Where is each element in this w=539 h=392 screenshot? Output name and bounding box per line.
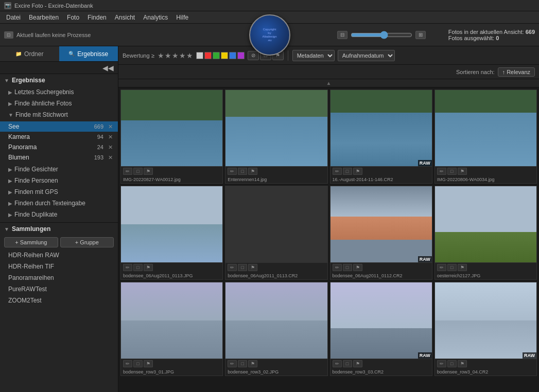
- sammlung-item[interactable]: PureRAWTest: [0, 283, 118, 295]
- color-blue[interactable]: [229, 52, 236, 59]
- photo-edit-btn[interactable]: ✏: [437, 360, 446, 367]
- photo-edit-btn[interactable]: ✏: [123, 168, 132, 175]
- menu-item-hilfe[interactable]: Hilfe: [172, 13, 193, 22]
- photo-info-btn[interactable]: □: [133, 168, 143, 175]
- photo-edit-btn[interactable]: ✏: [333, 360, 342, 367]
- zoom-slider[interactable]: [351, 31, 412, 39]
- keyword-close[interactable]: ✕: [107, 154, 114, 161]
- photo-info-btn[interactable]: □: [133, 264, 143, 271]
- photo-item[interactable]: ✏ □ ⚑ bodensee_row3_01.JPG: [120, 282, 223, 376]
- photo-item[interactable]: RAW ✏ □ ⚑ bodensee_row3_03.CR2: [330, 282, 432, 376]
- btn-sammlung[interactable]: + Sammlung: [4, 237, 58, 247]
- photo-item[interactable]: RAW ✏ □ ⚑ 16.-August-2014-11-146.CR2: [330, 90, 432, 184]
- photo-flag-btn[interactable]: ⚑: [458, 264, 467, 271]
- color-green[interactable]: [213, 52, 220, 59]
- photo-info-btn[interactable]: □: [133, 360, 143, 367]
- sammlung-item[interactable]: ZOOM2Test: [0, 295, 118, 306]
- btn-gruppe[interactable]: + Gruppe: [60, 237, 114, 247]
- menu-item-finden[interactable]: Finden: [83, 13, 111, 22]
- item-finde-stichwort[interactable]: ▼ Finde mit Stichwort: [0, 109, 118, 120]
- item-finde-aehnliche[interactable]: ▶ Finde ähnliche Fotos: [0, 98, 118, 109]
- photo-item[interactable]: ✏ □ ⚑ IMG-20220827-WA0012.jpg: [120, 90, 223, 184]
- item-finde-duplikate[interactable]: ▶ Finde Duplikate: [0, 209, 118, 220]
- photo-item[interactable]: RAW ✏ □ ⚑ bodensee_row3_04.CR2: [434, 282, 537, 376]
- menu-item-foto[interactable]: Foto: [63, 13, 83, 22]
- sort-date-select[interactable]: Aufnahmedatum Dateiname Dateigröße Bewer…: [338, 50, 395, 61]
- keyword-close[interactable]: ✕: [107, 123, 114, 130]
- item-finde-gesichter[interactable]: ▶ Finde Gesichter: [0, 164, 118, 175]
- slider-large-btn[interactable]: ⊞: [415, 31, 426, 39]
- photo-edit-btn[interactable]: ✏: [123, 360, 132, 367]
- star-1[interactable]: ★: [158, 51, 164, 60]
- photo-edit-btn[interactable]: ✏: [228, 264, 237, 271]
- photo-flag-btn[interactable]: ⚑: [353, 264, 362, 271]
- sammlung-item[interactable]: HDR-Reihen RAW: [0, 250, 118, 261]
- sammlung-item[interactable]: HDR-Reihen TIF: [0, 261, 118, 272]
- keyword-item[interactable]: See 669 ✕: [0, 121, 118, 132]
- photo-info-btn[interactable]: □: [343, 360, 352, 367]
- photo-info-btn[interactable]: □: [238, 168, 247, 175]
- item-finden-mit-gps[interactable]: ▶ Finden mit GPS: [0, 186, 118, 198]
- photo-flag-btn[interactable]: ⚑: [144, 360, 153, 367]
- photo-edit-btn[interactable]: ✏: [333, 264, 342, 271]
- color-red[interactable]: [204, 52, 212, 59]
- item-letztes-suchergebnis[interactable]: ▶ Letztes Suchergebnis: [0, 86, 118, 98]
- meta-filter-select[interactable]: Metadaten EXIF GPS Farbe: [292, 50, 335, 61]
- photo-info-btn[interactable]: □: [343, 168, 352, 175]
- menu-item-bearbeiten[interactable]: Bearbeiten: [25, 13, 63, 22]
- photo-item[interactable]: ✏ □ ⚑ bodensee_row3_02.JPG: [225, 282, 327, 376]
- photo-info-btn[interactable]: □: [238, 360, 247, 367]
- photo-item[interactable]: ✏ □ ⚑ oesterreich2127.JPG: [434, 186, 537, 280]
- photo-flag-btn[interactable]: ⚑: [144, 264, 153, 271]
- menu-item-ansicht[interactable]: Ansicht: [111, 13, 139, 22]
- photo-item[interactable]: ✏ □ ⚑ bodensee_06Aug2011_0113.JPG: [120, 186, 223, 280]
- tab-ergebnisse[interactable]: 🔍 Ergebnisse: [59, 46, 118, 61]
- flag-reject[interactable]: ⊘: [248, 51, 259, 60]
- photo-flag-btn[interactable]: ⚑: [248, 168, 257, 175]
- section-sammlungen[interactable]: ▼ Sammlungen: [0, 223, 118, 235]
- photo-flag-btn[interactable]: ⚑: [248, 264, 257, 271]
- collapse-bar[interactable]: ▲: [118, 79, 539, 87]
- photo-item[interactable]: ✏ □ ⚑ bodensee_06Aug2011_0113.CR2: [225, 186, 327, 280]
- photo-item[interactable]: ✏ □ ⚑ IMG-20220806-WA0034.jpg: [434, 90, 537, 184]
- photo-flag-btn[interactable]: ⚑: [458, 360, 467, 367]
- color-yellow[interactable]: [221, 52, 228, 59]
- photo-flag-btn[interactable]: ⚑: [353, 168, 362, 175]
- star-2[interactable]: ★: [165, 51, 171, 60]
- keyword-item[interactable]: Kamera 94 ✕: [0, 132, 118, 142]
- photo-edit-btn[interactable]: ✏: [333, 168, 342, 175]
- photo-edit-btn[interactable]: ✏: [228, 168, 237, 175]
- photo-item[interactable]: RAW ✏ □ ⚑ bodensee_06Aug2011_0112.CR2: [330, 186, 432, 280]
- photo-info-btn[interactable]: □: [238, 264, 247, 271]
- photo-edit-btn[interactable]: ✏: [437, 264, 446, 271]
- back-button[interactable]: ◀◀: [102, 64, 114, 72]
- slider-small-btn[interactable]: ⊟: [337, 31, 347, 39]
- photo-flag-btn[interactable]: ⚑: [144, 168, 153, 175]
- keyword-item[interactable]: Panorama 24 ✕: [0, 142, 118, 152]
- section-ergebnisse[interactable]: ▼ Ergebnisse: [0, 74, 118, 86]
- menu-item-analytics[interactable]: Analytics: [139, 13, 172, 22]
- star-3[interactable]: ★: [172, 51, 179, 60]
- keyword-close[interactable]: ✕: [107, 134, 114, 140]
- tab-ordner[interactable]: 📁 Ordner: [0, 46, 59, 61]
- photo-flag-btn[interactable]: ⚑: [458, 168, 467, 175]
- photo-edit-btn[interactable]: ✏: [123, 264, 132, 271]
- photo-flag-btn[interactable]: ⚑: [248, 360, 257, 367]
- photo-info-btn[interactable]: □: [447, 168, 457, 175]
- photo-info-btn[interactable]: □: [343, 264, 352, 271]
- keyword-close[interactable]: ✕: [107, 144, 114, 151]
- sammlung-item[interactable]: Panoramareihen: [0, 272, 118, 283]
- color-purple[interactable]: [237, 52, 245, 59]
- star-4[interactable]: ★: [179, 51, 186, 60]
- color-white[interactable]: [196, 52, 203, 59]
- photo-flag-btn[interactable]: ⚑: [353, 360, 362, 367]
- photo-info-btn[interactable]: □: [447, 360, 457, 367]
- keyword-item[interactable]: Blumen 193 ✕: [0, 152, 118, 163]
- photo-item[interactable]: ✏ □ ⚑ Entenrennen14.jpg: [225, 90, 327, 184]
- photo-info-btn[interactable]: □: [447, 264, 457, 271]
- photo-edit-btn[interactable]: ✏: [228, 360, 237, 367]
- item-finden-durch-texteingabe[interactable]: ▶ Finden durch Texteingabe: [0, 198, 118, 209]
- sort-relevanz-btn[interactable]: ↑ Relevanz: [498, 67, 535, 77]
- photo-edit-btn[interactable]: ✏: [437, 168, 446, 175]
- item-finde-personen[interactable]: ▶ Finde Personen: [0, 175, 118, 186]
